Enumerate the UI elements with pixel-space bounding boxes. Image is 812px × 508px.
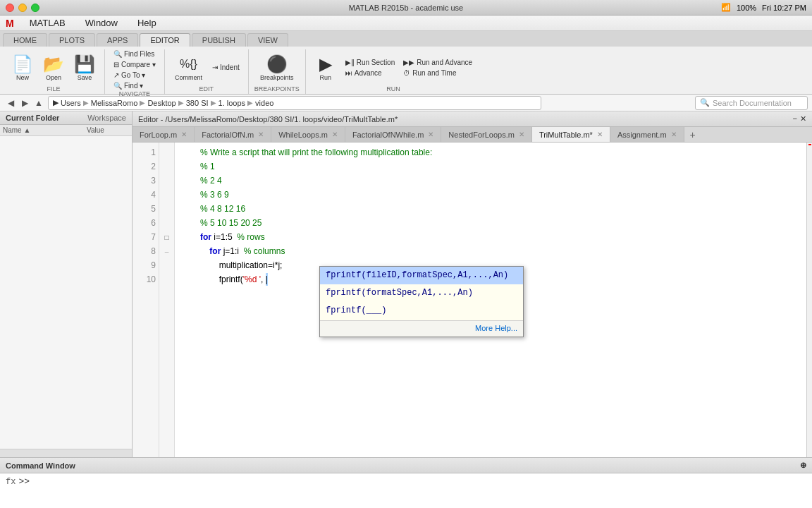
toolbar-secondary: ◀ ▶ ▲ ▶ Users ▶ MelissaRomo ▶ Desktop ▶ … <box>0 95 812 111</box>
editor-minimize-icon[interactable]: − <box>793 114 797 123</box>
code-line-3: % 2 4 <box>180 174 806 188</box>
tab-whileloops[interactable]: WhileLoops.m ✕ <box>271 127 345 142</box>
col-value-header: Value <box>87 126 129 134</box>
indent-button[interactable]: ⇥ Indent <box>209 63 242 72</box>
fold-8: – <box>159 244 174 258</box>
col-name-header[interactable]: Name ▲ <box>3 126 87 134</box>
fx-symbol: fx <box>6 477 16 487</box>
right-scrollbar[interactable] <box>806 143 812 457</box>
more-help-link[interactable]: More Help... <box>475 324 517 332</box>
tab-plots[interactable]: PLOTS <box>49 33 95 47</box>
add-tab-button[interactable]: + <box>684 128 701 142</box>
search-icon: 🔍 <box>700 98 710 107</box>
ribbon-breakpoints-buttons: ⚫ Breakpoints <box>256 49 298 85</box>
tab-factorialofn-close[interactable]: ✕ <box>258 131 264 138</box>
breadcrumb-melissaromo[interactable]: MelissaRomo <box>91 99 138 107</box>
ribbon-section-navigate: 🔍 Find Files ⊟ Compare ▾ ↗ Go To ▾ 🔍 Fin… <box>105 49 165 94</box>
comment-button[interactable]: %{} Comment <box>171 53 207 83</box>
save-button[interactable]: 💾 Save <box>70 53 99 83</box>
edit-small-group: ⇥ Indent <box>209 63 242 72</box>
autocomplete-popup: fprintf(fileID,formatSpec,A1,...,An) fpr… <box>319 266 524 337</box>
compare-button[interactable]: ⊟ Compare ▾ <box>111 60 159 69</box>
tab-factorialofn[interactable]: FactorialOfN.m ✕ <box>195 127 271 142</box>
tab-home[interactable]: HOME <box>3 33 47 47</box>
tab-forloop-close[interactable]: ✕ <box>181 131 187 138</box>
tab-factorialofnwhile[interactable]: FactorialOfNWhile.m ✕ <box>345 127 441 142</box>
maximize-button[interactable] <box>31 4 39 12</box>
breadcrumb[interactable]: ▶ Users ▶ MelissaRomo ▶ Desktop ▶ 380 SI… <box>48 96 541 110</box>
minimize-button[interactable] <box>18 4 27 12</box>
tab-nestedforloops-close[interactable]: ✕ <box>519 131 524 138</box>
cursor: | <box>266 273 268 286</box>
autocomplete-item-2[interactable]: fprintf(formatSpec,A1,...,An) <box>320 284 523 302</box>
autocomplete-item-1[interactable]: fprintf(fileID,formatSpec,A1,...,An) <box>320 267 523 284</box>
breadcrumb-loops[interactable]: 1. loops <box>219 99 246 107</box>
tab-forloop[interactable]: ForLoop.m ✕ <box>133 127 195 142</box>
command-window-title: Command Window <box>6 461 75 470</box>
back-button[interactable]: ◀ <box>4 97 17 109</box>
menu-help[interactable]: Help <box>133 16 161 30</box>
workspace-label[interactable]: Workspace <box>87 114 126 122</box>
tab-assignment[interactable]: Assignment.m ✕ <box>610 127 684 142</box>
command-window: Command Window ⊕ fx >> <box>0 457 812 508</box>
close-button[interactable] <box>6 4 14 12</box>
tab-view[interactable]: VIEW <box>247 33 288 47</box>
run-button[interactable]: ▶ Run <box>312 53 340 83</box>
tab-publish[interactable]: PUBLISH <box>192 33 246 47</box>
search-placeholder: Search Documentation <box>713 99 792 107</box>
breadcrumb-sep2: ▶ <box>140 99 145 107</box>
navigate-group: 🔍 Find Files ⊟ Compare ▾ ↗ Go To ▾ 🔍 Fin… <box>111 49 159 90</box>
ribbon-navigate-buttons: 🔍 Find Files ⊟ Compare ▾ ↗ Go To ▾ 🔍 Fin… <box>111 49 159 90</box>
code-editor[interactable]: % Write a script that will print the fol… <box>175 143 806 457</box>
ribbon-section-run: ▶ Run ▶‖ Run Section ⏭ Advance ▶▶ Run an… <box>306 49 481 94</box>
breadcrumb-380si[interactable]: 380 SI <box>186 99 209 107</box>
open-icon: 📂 <box>44 54 63 74</box>
advance-button[interactable]: ⏭ Advance <box>343 68 398 78</box>
search-documentation[interactable]: 🔍 Search Documentation <box>695 96 808 110</box>
forward-button[interactable]: ▶ <box>18 97 31 109</box>
panel-scrollbar[interactable] <box>0 449 132 457</box>
tab-nestedforloops[interactable]: NestedForLoops.m ✕ <box>441 127 532 142</box>
editor-close-icon[interactable]: ✕ <box>800 114 806 123</box>
command-prompt-symbol: >> <box>18 476 30 487</box>
menu-matlab[interactable]: MATLAB <box>25 16 70 30</box>
nav-arrows: ◀ ▶ ▲ <box>4 97 45 109</box>
fold-1 <box>159 145 174 159</box>
run-section-button[interactable]: ▶‖ Run Section <box>343 58 398 67</box>
tab-trimulttable-close[interactable]: ✕ <box>597 131 603 138</box>
breadcrumb-users[interactable]: Users <box>61 99 81 107</box>
new-icon: 📄 <box>13 54 32 74</box>
command-window-expand[interactable]: ⊕ <box>800 461 806 470</box>
autocomplete-item-3[interactable]: fprintf(___) <box>320 302 523 320</box>
tab-editor[interactable]: EDITOR <box>140 33 190 47</box>
run-section-title: RUN <box>386 85 400 94</box>
tab-trimulttable[interactable]: TriMultTable.m* ✕ <box>532 127 610 142</box>
battery-status: 100% <box>737 4 756 12</box>
editor-title: Editor - /Users/MelissaRomo/Desktop/380 … <box>138 115 398 123</box>
indent-icon: ⇥ <box>212 64 218 71</box>
command-content[interactable]: fx >> <box>0 473 812 490</box>
breadcrumb-desktop[interactable]: Desktop <box>147 99 176 107</box>
tab-assignment-close[interactable]: ✕ <box>671 131 677 138</box>
up-button[interactable]: ▲ <box>32 97 45 109</box>
ribbon-section-edit: %{} Comment ⇥ Indent EDIT <box>165 49 249 94</box>
editor-tabs: ForLoop.m ✕ FactorialOfN.m ✕ WhileLoops.… <box>133 127 812 143</box>
run-advance-button[interactable]: ▶▶ Run and Advance <box>400 58 475 67</box>
run-time-button[interactable]: ⏱ Run and Time <box>400 68 475 78</box>
open-button[interactable]: 📂 Open <box>39 53 68 83</box>
run-small-group: ▶‖ Run Section ⏭ Advance <box>343 58 398 78</box>
fold-7[interactable]: □ <box>159 230 174 244</box>
find-files-button[interactable]: 🔍 Find Files <box>111 49 159 59</box>
menu-window[interactable]: Window <box>81 16 122 30</box>
tab-whileloops-close[interactable]: ✕ <box>332 131 338 138</box>
new-button[interactable]: 📄 New <box>8 53 37 83</box>
tab-apps[interactable]: APPS <box>97 33 138 47</box>
breadcrumb-video[interactable]: video <box>255 99 273 107</box>
breakpoints-button[interactable]: ⚫ Breakpoints <box>256 53 298 83</box>
breakpoints-section-title: BREAKPOINTS <box>254 85 300 94</box>
goto-button[interactable]: ↗ Go To ▾ <box>111 71 159 80</box>
tab-factorialofnwhile-close[interactable]: ✕ <box>428 131 433 138</box>
run-time-icon: ⏱ <box>403 69 410 77</box>
find-button[interactable]: 🔍 Find ▾ <box>111 81 159 90</box>
save-icon: 💾 <box>75 54 94 74</box>
